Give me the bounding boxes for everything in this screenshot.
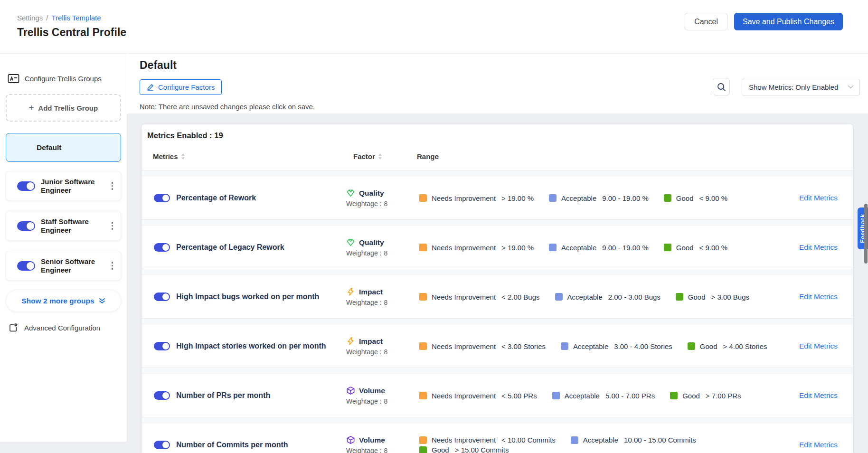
metric-toggle[interactable] [154, 441, 170, 449]
impact-icon [346, 337, 355, 346]
range-value: 10.00 - 15.00 Commits [624, 436, 696, 444]
metric-toggle[interactable] [154, 194, 170, 202]
sort-carets-icon[interactable] [378, 153, 382, 160]
weightage-label: Weightage : [346, 348, 381, 356]
vertical-scrollbar-thumb[interactable] [864, 204, 868, 264]
group-name: Staff Software Engineer [41, 217, 101, 234]
save-and-publish-button[interactable]: Save and Publish Changes [734, 13, 843, 30]
cancel-button[interactable]: Cancel [685, 13, 727, 30]
range-color-swatch [664, 194, 671, 202]
breadcrumb-trellis-template[interactable]: Trellis Template [51, 14, 101, 22]
configure-factors-button[interactable]: Configure Factors [140, 79, 222, 95]
range-list: Needs Improvement < 5.00 PRs Acceptable … [419, 374, 780, 417]
sort-carets-icon[interactable] [181, 153, 185, 160]
metric-name: High Impact bugs worked on per month [176, 275, 319, 318]
range-value: > 15.00 Commits [455, 446, 509, 453]
range-value: 9.00 - 19.00 % [602, 194, 649, 202]
metric-row: High Impact bugs worked on per month Imp… [142, 275, 853, 318]
breadcrumb-settings[interactable]: Settings [17, 14, 43, 22]
range-label: Needs Improvement [432, 244, 496, 252]
range-item: Good > 15.00 Commits [419, 446, 509, 453]
range-label: Acceptable [583, 436, 618, 444]
edit-metrics-link[interactable]: Edit Metrics [795, 177, 838, 219]
range-value: < 9.00 % [699, 194, 728, 202]
edit-metrics-link[interactable]: Edit Metrics [795, 226, 838, 269]
factor-name: Quality [359, 189, 384, 198]
quality-icon [346, 189, 355, 198]
sidebar: Configure Trellis Groups Add Trellis Gro… [0, 54, 127, 442]
group-toggle[interactable] [17, 181, 35, 191]
column-header-factor[interactable]: Factor [353, 152, 382, 160]
configure-factors-label: Configure Factors [158, 83, 215, 91]
metrics-table-body: Percentage of Rework Quality Weightage :… [142, 170, 853, 453]
range-label: Acceptable [565, 392, 600, 400]
advanced-configuration-label: Advanced Configuration [24, 324, 100, 332]
row-separator [142, 318, 853, 325]
range-label: Needs Improvement [432, 293, 496, 301]
range-label: Acceptable [567, 293, 603, 301]
group-toggle[interactable] [17, 261, 35, 271]
kebab-menu-icon[interactable] [110, 260, 115, 272]
kebab-menu-icon[interactable] [110, 180, 115, 192]
sidebar-item-default-group[interactable]: Default [6, 133, 121, 162]
unsaved-changes-note: Note: There are unsaved changes please c… [140, 103, 315, 111]
column-header-metrics[interactable]: Metrics [153, 152, 185, 160]
add-trellis-group-button[interactable]: Add Trellis Group [6, 94, 121, 122]
range-color-swatch [676, 293, 683, 301]
weightage-label: Weightage : [346, 200, 381, 208]
search-button[interactable] [713, 78, 730, 95]
factor-name: Quality [359, 238, 384, 247]
edit-metrics-link[interactable]: Edit Metrics [795, 325, 838, 368]
range-label: Acceptable [561, 194, 596, 202]
metric-toggle[interactable] [154, 293, 170, 301]
range-color-swatch [419, 446, 427, 453]
header-actions: Cancel Save and Publish Changes [685, 13, 843, 30]
weightage-label: Weightage : [346, 299, 381, 306]
range-color-swatch [419, 194, 427, 202]
range-color-swatch [571, 436, 578, 444]
range-item: Acceptable 5.00 - 7.00 PRs [552, 392, 655, 400]
metric-toggle[interactable] [154, 243, 170, 252]
range-color-swatch [419, 342, 427, 350]
range-value: < 10.00 Commits [501, 436, 556, 444]
edit-metrics-link[interactable]: Edit Metrics [795, 374, 838, 417]
range-label: Acceptable [561, 244, 596, 252]
configure-trellis-groups-header: Configure Trellis Groups [6, 74, 121, 84]
range-value: > 4.00 Stories [723, 342, 767, 350]
range-item: Good < 9.00 % [664, 244, 727, 252]
factor-cell: Volume Weightage : 8 [346, 374, 392, 417]
range-item: Needs Improvement > 19.00 % [419, 194, 534, 202]
show-more-groups-button[interactable]: Show 2 more groups [6, 290, 121, 312]
edit-metrics-link[interactable]: Edit Metrics [795, 275, 838, 318]
group-card: Staff Software Engineer [6, 211, 121, 241]
group-toggle[interactable] [17, 221, 35, 231]
group-name: Junior Software Engineer [41, 178, 101, 194]
range-item: Acceptable 10.00 - 15.00 Commits [571, 436, 696, 444]
kebab-menu-icon[interactable] [110, 220, 115, 232]
range-list: Needs Improvement < 2.00 Bugs Acceptable… [419, 275, 780, 318]
range-value: > 19.00 % [501, 194, 534, 202]
factor-name: Impact [359, 337, 383, 346]
range-value: 2.00 - 3.00 Bugs [608, 293, 660, 301]
range-color-swatch [688, 342, 695, 350]
range-item: Needs Improvement < 3.00 Stories [419, 342, 546, 350]
breadcrumb: Settings / Trellis Template [17, 14, 101, 22]
edit-metrics-link[interactable]: Edit Metrics [795, 424, 838, 453]
range-value: < 3.00 Stories [501, 342, 546, 350]
range-color-swatch [419, 392, 427, 399]
metric-toggle[interactable] [154, 342, 170, 350]
show-metrics-dropdown[interactable]: Show Metrics: Only Enabled [742, 79, 860, 95]
quality-icon [346, 238, 355, 247]
range-value: 3.00 - 4.00 Stories [614, 342, 672, 350]
metric-toggle[interactable] [154, 391, 170, 400]
range-color-swatch [670, 392, 678, 399]
page-title: Trellis Central Profile [17, 26, 126, 39]
double-chevron-down-icon [99, 298, 105, 304]
range-item: Needs Improvement < 10.00 Commits [419, 436, 556, 444]
range-label: Needs Improvement [432, 194, 496, 202]
row-separator [142, 417, 853, 424]
range-item: Acceptable 3.00 - 4.00 Stories [561, 342, 672, 350]
advanced-configuration-button[interactable]: Advanced Configuration [6, 323, 121, 332]
volume-icon [346, 386, 355, 395]
range-value: > 7.00 PRs [706, 392, 741, 400]
